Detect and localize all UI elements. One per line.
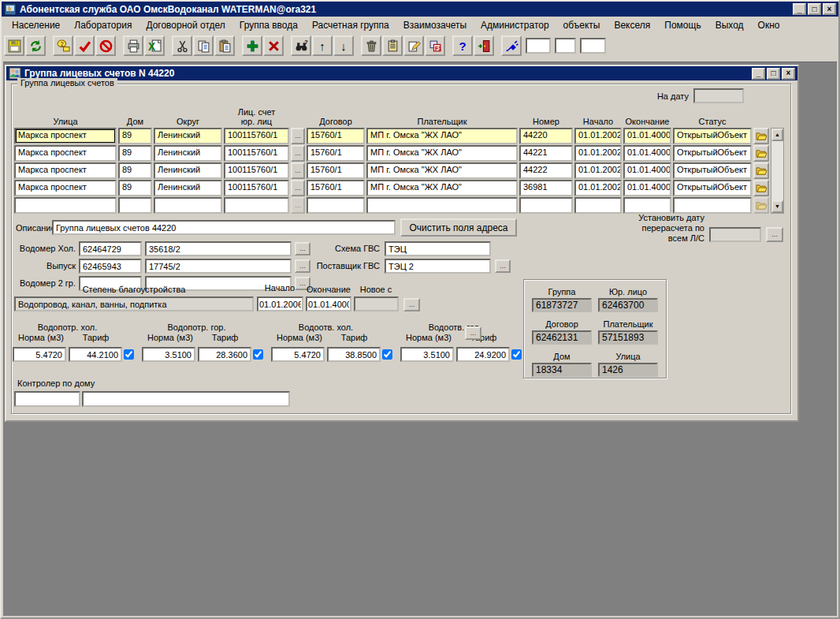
open-object-button[interactable]	[753, 180, 769, 196]
cell-number[interactable]: 44222	[519, 162, 573, 179]
recalc-date-lookup-button[interactable]: ...	[766, 227, 783, 242]
cell-status[interactable]	[673, 197, 752, 214]
cell-district[interactable]: Ленинский	[154, 145, 222, 162]
menu-item-vekselya[interactable]: Векселя	[607, 18, 657, 32]
cell-house[interactable]: 89	[118, 162, 152, 179]
cell-house[interactable]	[118, 197, 152, 214]
cell-number[interactable]: 44220	[519, 128, 573, 144]
menu-item-administrator[interactable]: Администратор	[474, 18, 556, 32]
norm-input[interactable]	[142, 347, 195, 362]
child-minimize-button[interactable]: _	[752, 68, 765, 80]
query-button[interactable]: ?	[53, 35, 73, 56]
cell-start[interactable]: 01.01.2002	[574, 145, 622, 162]
print-button[interactable]	[123, 35, 143, 56]
tariff-input[interactable]	[327, 347, 381, 362]
account-lookup-button[interactable]: ...	[291, 180, 305, 196]
menu-item-raschetnaya-gruppa[interactable]: Расчетная группа	[305, 18, 396, 32]
toolbar-input-1[interactable]	[526, 38, 551, 54]
on-date-input[interactable]	[693, 88, 744, 103]
toolbar-input-2[interactable]	[555, 38, 576, 54]
cell-number[interactable]	[519, 197, 573, 214]
cell-payer[interactable]: МП г. Омска "ЖХ ЛАО"	[366, 128, 518, 144]
cell-district[interactable]	[154, 197, 222, 214]
find-button[interactable]: ?	[291, 35, 311, 56]
exit-button[interactable]	[474, 35, 494, 56]
cell-house[interactable]: 89	[118, 145, 152, 162]
move-down-button[interactable]: ↓	[333, 35, 354, 56]
child-titlebar[interactable]: Группа лицевых счетов N 44220 _ □ ×	[6, 66, 797, 80]
help-button[interactable]: ?	[452, 35, 473, 56]
account-lookup-button[interactable]: ...	[291, 145, 305, 162]
grid-scrollbar[interactable]: ▲ ▼	[771, 128, 784, 214]
cell-status[interactable]: ОткрытыйОбъект	[673, 145, 752, 162]
outlet-num-input[interactable]	[145, 259, 292, 274]
account-lookup-button[interactable]: ...	[291, 162, 305, 179]
save-button[interactable]	[4, 35, 24, 56]
cell-contract[interactable]: 15760/1	[307, 145, 365, 162]
cell-house[interactable]: 89	[118, 128, 152, 144]
cell-status[interactable]: ОткрытыйОбъект	[673, 162, 752, 179]
cell-contract[interactable]: 15760/1	[307, 128, 365, 144]
cell-account[interactable]: 100115760/1	[224, 180, 289, 196]
cell-payer[interactable]: МП г. Омска "ЖХ ЛАО"	[366, 162, 518, 179]
menu-item-dogovornoy-otdel[interactable]: Договорной отдел	[139, 18, 232, 32]
norms-lookup-button[interactable]: ...	[465, 326, 481, 340]
menu-item-naselenie[interactable]: Население	[5, 18, 67, 32]
scroll-down-button[interactable]: ▼	[771, 200, 783, 213]
cell-house[interactable]: 89	[118, 180, 152, 196]
tariff-active-checkbox[interactable]	[253, 349, 263, 360]
move-up-button[interactable]: ↑	[312, 35, 333, 56]
maximize-button[interactable]: □	[808, 3, 821, 15]
norm-input[interactable]	[13, 347, 66, 362]
close-button[interactable]: ×	[823, 3, 836, 15]
cell-end[interactable]: 01.01.4000	[623, 162, 671, 179]
delete-row-button[interactable]	[263, 35, 284, 56]
cell-end[interactable]: 01.01.4000	[623, 128, 671, 144]
amenity-lookup-button[interactable]: ...	[403, 298, 420, 311]
cell-end[interactable]: 01.01.4000	[623, 180, 671, 196]
cell-end[interactable]	[623, 197, 671, 214]
open-object-button[interactable]	[753, 145, 769, 162]
amenity-end-input[interactable]	[306, 296, 351, 311]
menu-item-laboratoriya[interactable]: Лаборатория	[67, 18, 139, 32]
cell-payer[interactable]	[366, 197, 518, 214]
cell-street[interactable]: Маркса проспект	[14, 145, 117, 162]
export-excel-button[interactable]: X	[144, 35, 165, 56]
cell-district[interactable]: Ленинский	[154, 128, 222, 144]
cell-status[interactable]: ОткрытыйОбъект	[673, 128, 752, 144]
cell-street[interactable]	[14, 197, 117, 214]
cold-meter-num-input[interactable]	[145, 241, 292, 256]
cell-account[interactable]	[224, 197, 289, 214]
description-input[interactable]	[52, 220, 396, 235]
cell-street[interactable]: Маркса проспект	[14, 162, 117, 179]
cell-district[interactable]: Ленинский	[154, 162, 222, 179]
open-object-button[interactable]	[753, 162, 769, 179]
controller-code-input[interactable]	[14, 391, 80, 407]
menu-item-vyhod[interactable]: Выход	[708, 18, 751, 32]
cell-district[interactable]: Ленинский	[154, 180, 222, 196]
gvs-supplier-input[interactable]	[385, 259, 491, 274]
trash-button[interactable]	[361, 35, 381, 56]
cell-account[interactable]: 100115760/1	[224, 162, 289, 179]
minimize-button[interactable]: _	[793, 3, 806, 15]
tariff-input[interactable]	[456, 347, 510, 362]
connect-button[interactable]	[501, 35, 522, 56]
cell-contract[interactable]: 15760/1	[307, 180, 365, 196]
clipboard-button[interactable]	[382, 35, 403, 56]
edit-button[interactable]	[403, 35, 424, 56]
account-lookup-button[interactable]: ...	[291, 128, 305, 144]
amenity-new-input[interactable]	[354, 296, 399, 311]
cell-street[interactable]: Маркса проспект	[14, 128, 117, 144]
tariff-active-checkbox[interactable]	[382, 349, 392, 360]
cut-button[interactable]	[172, 35, 192, 56]
amenity-input[interactable]	[14, 296, 254, 311]
cell-number[interactable]: 44221	[519, 145, 573, 162]
cell-start[interactable]: 01.01.2002	[574, 128, 622, 144]
norm-input[interactable]	[271, 347, 325, 362]
cell-account[interactable]: 100115760/1	[224, 145, 289, 162]
norm-input[interactable]	[400, 347, 454, 362]
menu-item-vzaimozachety[interactable]: Взаимозачеты	[396, 18, 474, 32]
controller-name-input[interactable]	[82, 391, 290, 407]
account-lookup-button[interactable]: ...	[291, 197, 305, 214]
outlet-id-input[interactable]	[79, 259, 142, 274]
